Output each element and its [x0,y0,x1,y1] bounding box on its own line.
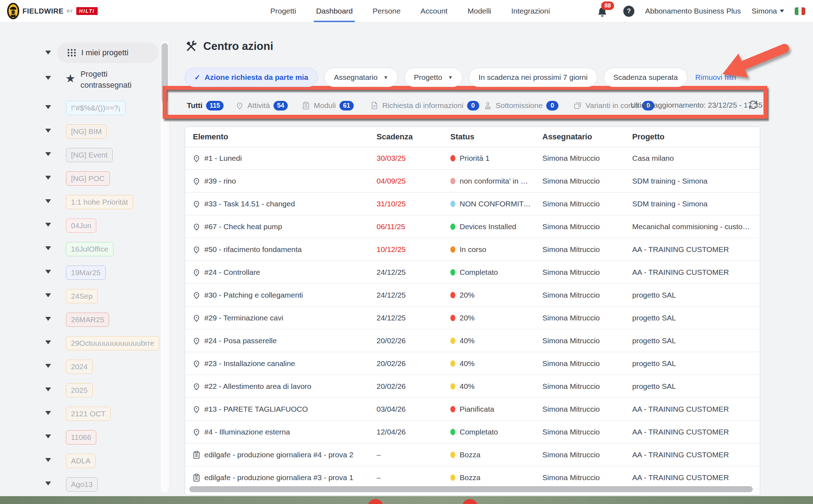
tab-tutti[interactable]: Tutti115 [187,96,224,115]
fieldwire-logo[interactable]: FIELDWIRE BY HILTI [7,3,98,19]
filter-chip[interactable]: In scadenza nei prossimi 7 giorni [469,68,597,87]
notifications-button[interactable]: 88 [596,3,613,19]
tab-sottomissione[interactable]: Sottomissione0 [484,96,558,115]
table-row[interactable]: #23 - Installazione canaline20/02/2640%S… [185,352,760,375]
table-row[interactable]: edilgafe - produzione giornaliera #3 - p… [185,466,760,489]
nav-item-progetti[interactable]: Progetti [270,0,296,22]
chevron-down-icon[interactable] [45,51,51,55]
cell-assegnatario: Simona Mitruccio [542,238,600,261]
sidebar-project-tag[interactable]: Ago13 [66,477,98,492]
language-flag-icon[interactable] [795,7,805,15]
refresh-button[interactable] [748,99,758,110]
chevron-down-icon[interactable] [45,317,51,321]
chevron-down-icon[interactable] [45,270,51,274]
task-pin-icon [192,222,201,231]
fieldwire-mascot-icon [7,3,19,19]
table-row[interactable]: edilgafe - produzione giornaliera #4 - p… [185,443,760,466]
sidebar-scrollbar-thumb[interactable] [162,43,168,103]
table-row[interactable]: #1 - Lunedi30/03/25Priorità 1Simona Mitr… [185,147,760,170]
sidebar-project-tag[interactable]: 19Mar25 [66,266,106,280]
cell-assegnatario: Simona Mitruccio [542,307,600,329]
tab-count-badge: 0 [467,101,479,110]
sidebar-project-tag[interactable]: 2121 OCT [66,407,111,421]
cell-scadenza: 12/04/26 [377,421,406,443]
sidebar-project-tag[interactable]: [NG] POC [66,171,110,186]
task-pin-icon [192,382,201,391]
chevron-down-icon[interactable] [45,246,51,250]
chevron-down-icon[interactable] [45,76,51,80]
table-row[interactable]: #4 - Illuminazione esterna12/04/26Comple… [185,421,760,443]
sidebar-project-tag[interactable]: [NG] Event [66,148,113,162]
chevron-down-icon[interactable] [45,293,51,297]
sidebar-project-tag[interactable]: 2024 [66,360,93,374]
horizontal-scrollbar-thumb[interactable] [189,486,753,492]
chevron-down-icon[interactable] [45,387,51,391]
sidebar-project-tag[interactable]: ADLA [66,454,96,468]
user-menu[interactable]: Simona [752,7,784,15]
cell-elemento: #67 - Check heat pump [204,215,282,238]
chevron-down-icon: ▼ [383,74,388,80]
chevron-down-icon[interactable] [45,176,51,180]
chevron-down-icon[interactable] [45,223,51,227]
chevron-down-icon[interactable] [45,482,51,485]
chevron-down-icon[interactable] [45,364,51,368]
chevron-down-icon[interactable] [45,340,51,344]
help-button[interactable]: ? [623,6,634,17]
brand-by: BY [67,9,73,13]
sidebar-project-tag[interactable]: 1:1 hohe Priorität [66,195,133,209]
status-dot [450,360,455,367]
tab-count-badge: 0 [546,101,558,110]
table-row[interactable]: #22 - Allestimento area di lavoro20/02/2… [185,375,760,398]
desktop-background-strip [0,496,813,504]
sidebar-item-starred-projects[interactable]: ★ Progetti contrassegnati [65,68,145,91]
subscription-link[interactable]: Abbonamento Business Plus [645,7,741,15]
tab-label: Attività [247,101,270,110]
remove-filters-link[interactable]: Rimuovi filtri [695,73,736,82]
table-row[interactable]: #24 - Posa passerelle20/02/2640%Simona M… [185,329,760,352]
table-row[interactable]: #13 - PARETE TAGLIAFUOCO03/04/26Pianific… [185,398,760,421]
filter-chip[interactable]: ✓Azione richiesta da parte mia [185,68,318,87]
sidebar-project-tag[interactable]: 24Sep [66,289,98,303]
sidebar-project-tag[interactable]: 11066 [66,430,96,444]
filter-chip[interactable]: Scadenza superata [604,68,687,87]
cell-assegnatario: Simona Mitruccio [542,215,600,238]
sidebar-project-tag[interactable]: 26MAR25 [66,313,109,327]
sidebar-project-tag[interactable]: 29Octuuuuuuuuuuuubrre [66,336,159,350]
chevron-down-icon[interactable] [45,129,51,133]
sidebar-project-tag[interactable]: 2025 [66,383,93,397]
table-row[interactable]: #29 - Terminazione cavi24/12/2520%Simona… [185,307,760,329]
table-row[interactable]: #67 - Check heat pump06/11/25Devices Ins… [185,215,760,238]
table-row[interactable]: #50 - rifacimento fondamenta10/12/25In c… [185,238,760,261]
tab-attività[interactable]: Attività54 [235,96,288,115]
chevron-down-icon[interactable] [45,199,51,203]
cell-assegnatario: Simona Mitruccio [542,170,600,192]
table-row[interactable]: #30 - Patching e collegamenti24/12/2520%… [185,284,760,307]
nav-item-persone[interactable]: Persone [373,0,400,22]
main-navigation: ProgettiDashboardPersoneAccountModelliIn… [270,0,550,22]
status-dot [450,155,455,161]
chevron-down-icon[interactable] [45,411,51,415]
clipboard-icon [302,101,310,110]
copies-icon [573,101,582,110]
table-row[interactable]: #39 - rino04/09/25non conformita' in pro… [185,170,760,192]
nav-item-modelli[interactable]: Modelli [467,0,491,22]
nav-item-dashboard[interactable]: Dashboard [316,0,353,22]
cell-scadenza: – [377,466,381,489]
filter-chip[interactable]: Progetto▼ [404,68,462,87]
table-row[interactable]: #24 - Controllare24/12/25CompletatoSimon… [185,261,760,284]
table-row[interactable]: #33 - Task 14.51 - changed31/10/25NON CO… [185,192,760,215]
sidebar-project-tag[interactable]: [NG] BIM [66,124,107,139]
nav-item-integrazioni[interactable]: Integrazioni [511,0,550,22]
sidebar-project-tag[interactable]: 16JulOffice [66,242,113,256]
status-dot [450,201,455,207]
tab-moduli[interactable]: Moduli61 [302,96,354,115]
chevron-down-icon[interactable] [45,434,51,438]
tab-richiesta-di-informazioni[interactable]: Richiesta di informazioni0 [370,96,479,115]
sidebar-project-tag[interactable]: 04Jun [66,218,96,233]
chevron-down-icon[interactable] [45,458,51,462]
filter-chip[interactable]: Assegnatario▼ [324,68,398,87]
nav-item-account[interactable]: Account [420,0,448,22]
page-title: Centro azioni [203,40,273,53]
chevron-down-icon[interactable] [45,152,51,156]
sidebar-item-my-projects[interactable]: I miei progetti [57,42,158,63]
